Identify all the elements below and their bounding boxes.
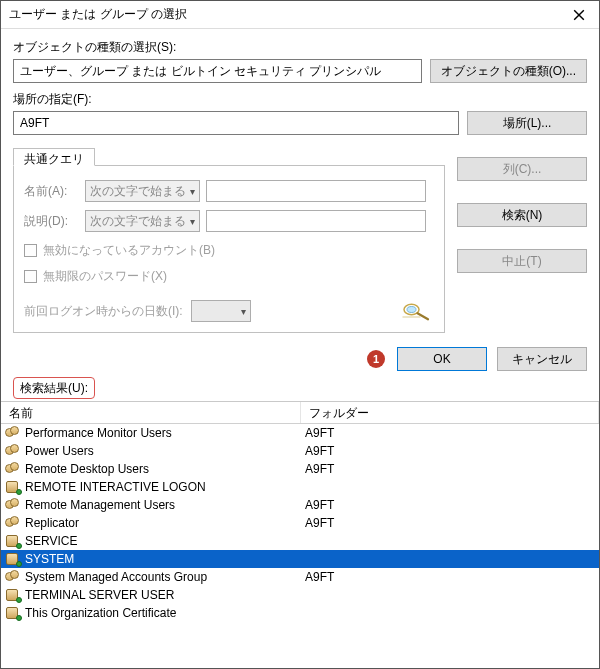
row-name-text: Performance Monitor Users	[25, 426, 172, 440]
cell-folder: A9FT	[301, 498, 599, 512]
desc-filter-combo-text: 次の文字で始まる	[90, 213, 186, 230]
search-button[interactable]: 検索(N)	[457, 203, 587, 227]
chevron-down-icon: ▾	[241, 306, 246, 317]
cell-folder: A9FT	[301, 516, 599, 530]
table-row[interactable]: Performance Monitor UsersA9FT	[1, 424, 599, 442]
column-header-folder[interactable]: フォルダー	[301, 402, 599, 423]
table-row[interactable]: This Organization Certificate	[1, 604, 599, 622]
row-name-text: REMOTE INTERACTIVE LOGON	[25, 480, 206, 494]
row-name-text: SERVICE	[25, 534, 77, 548]
cell-folder: A9FT	[301, 444, 599, 458]
table-row[interactable]: REMOTE INTERACTIVE LOGON	[1, 478, 599, 496]
location-display: A9FT	[13, 111, 459, 135]
principal-icon	[5, 606, 21, 620]
desc-filter-combo[interactable]: 次の文字で始まる ▾	[85, 210, 200, 232]
cell-folder: A9FT	[301, 462, 599, 476]
table-row[interactable]: ReplicatorA9FT	[1, 514, 599, 532]
svg-point-1	[407, 307, 416, 313]
cell-name: This Organization Certificate	[1, 606, 301, 620]
table-row[interactable]: Remote Desktop UsersA9FT	[1, 460, 599, 478]
search-lens-icon	[398, 300, 434, 322]
table-row[interactable]: SERVICE	[1, 532, 599, 550]
table-row[interactable]: Remote Management UsersA9FT	[1, 496, 599, 514]
common-query-panel: 共通クエリ 名前(A): 次の文字で始まる ▾ 説明(D): 次の文字で始まる	[13, 165, 445, 333]
name-filter-combo[interactable]: 次の文字で始まる ▾	[85, 180, 200, 202]
cell-name: Replicator	[1, 516, 301, 530]
cell-name: Remote Management Users	[1, 498, 301, 512]
ok-button[interactable]: OK	[397, 347, 487, 371]
desc-filter-label: 説明(D):	[24, 213, 79, 230]
days-since-logon-label: 前回ログオン時からの日数(I):	[24, 303, 183, 320]
group-icon	[5, 426, 21, 440]
table-row[interactable]: Power UsersA9FT	[1, 442, 599, 460]
search-results-label: 検索結果(U):	[13, 377, 95, 399]
group-icon	[5, 444, 21, 458]
principal-icon	[5, 534, 21, 548]
cancel-button[interactable]: キャンセル	[497, 347, 587, 371]
name-filter-input[interactable]	[206, 180, 426, 202]
principal-icon	[5, 480, 21, 494]
row-name-text: This Organization Certificate	[25, 606, 176, 620]
close-button[interactable]	[559, 1, 599, 29]
object-type-label: オブジェクトの種類の選択(S):	[13, 39, 587, 56]
table-row[interactable]: System Managed Accounts GroupA9FT	[1, 568, 599, 586]
cell-folder: A9FT	[301, 426, 599, 440]
row-folder-text: A9FT	[305, 462, 334, 476]
cell-name: SYSTEM	[1, 552, 301, 566]
cell-name: System Managed Accounts Group	[1, 570, 301, 584]
close-icon	[573, 9, 585, 21]
chevron-down-icon: ▾	[190, 216, 195, 227]
cell-name: Performance Monitor Users	[1, 426, 301, 440]
principal-icon	[5, 588, 21, 602]
location-label: 場所の指定(F):	[13, 91, 587, 108]
titlebar: ユーザー または グループ の選択	[1, 1, 599, 29]
nonexpiring-password-checkbox[interactable]	[24, 270, 37, 283]
row-name-text: Replicator	[25, 516, 79, 530]
stop-button: 中止(T)	[457, 249, 587, 273]
row-name-text: Remote Desktop Users	[25, 462, 149, 476]
object-type-display: ユーザー、グループ または ビルトイン セキュリティ プリンシパル	[13, 59, 422, 83]
results-listview: 名前 フォルダー Performance Monitor UsersA9FTPo…	[1, 401, 599, 668]
row-folder-text: A9FT	[305, 444, 334, 458]
column-header-name[interactable]: 名前	[1, 402, 301, 423]
cell-name: SERVICE	[1, 534, 301, 548]
row-name-text: System Managed Accounts Group	[25, 570, 207, 584]
table-row[interactable]: TERMINAL SERVER USER	[1, 586, 599, 604]
group-icon	[5, 516, 21, 530]
row-name-text: Power Users	[25, 444, 94, 458]
criteria-section: オブジェクトの種類の選択(S): ユーザー、グループ または ビルトイン セキュ…	[1, 29, 599, 341]
locations-button[interactable]: 場所(L)...	[467, 111, 587, 135]
row-name-text: SYSTEM	[25, 552, 74, 566]
row-folder-text: A9FT	[305, 516, 334, 530]
common-query-tab[interactable]: 共通クエリ	[13, 148, 95, 166]
nonexpiring-password-label: 無期限のパスワード(X)	[43, 268, 167, 285]
results-body[interactable]: Performance Monitor UsersA9FTPower Users…	[1, 424, 599, 668]
dialog-buttons: 1 OK キャンセル	[1, 341, 599, 377]
disabled-accounts-label: 無効になっているアカウント(B)	[43, 242, 215, 259]
annotation-badge-1: 1	[367, 350, 385, 368]
row-name-text: Remote Management Users	[25, 498, 175, 512]
name-filter-label: 名前(A):	[24, 183, 79, 200]
cell-folder: A9FT	[301, 570, 599, 584]
days-since-logon-combo[interactable]: ▾	[191, 300, 251, 322]
results-header: 名前 フォルダー	[1, 402, 599, 424]
chevron-down-icon: ▾	[190, 186, 195, 197]
group-icon	[5, 498, 21, 512]
cell-name: Power Users	[1, 444, 301, 458]
name-filter-combo-text: 次の文字で始まる	[90, 183, 186, 200]
select-user-group-dialog: ユーザー または グループ の選択 オブジェクトの種類の選択(S): ユーザー、…	[0, 0, 600, 669]
disabled-accounts-checkbox[interactable]	[24, 244, 37, 257]
row-folder-text: A9FT	[305, 426, 334, 440]
row-folder-text: A9FT	[305, 570, 334, 584]
window-title: ユーザー または グループ の選択	[9, 6, 187, 23]
principal-icon	[5, 552, 21, 566]
group-icon	[5, 570, 21, 584]
row-folder-text: A9FT	[305, 498, 334, 512]
group-icon	[5, 462, 21, 476]
cell-name: Remote Desktop Users	[1, 462, 301, 476]
desc-filter-input[interactable]	[206, 210, 426, 232]
object-types-button[interactable]: オブジェクトの種類(O)...	[430, 59, 587, 83]
row-name-text: TERMINAL SERVER USER	[25, 588, 174, 602]
columns-button: 列(C)...	[457, 157, 587, 181]
table-row[interactable]: SYSTEM	[1, 550, 599, 568]
